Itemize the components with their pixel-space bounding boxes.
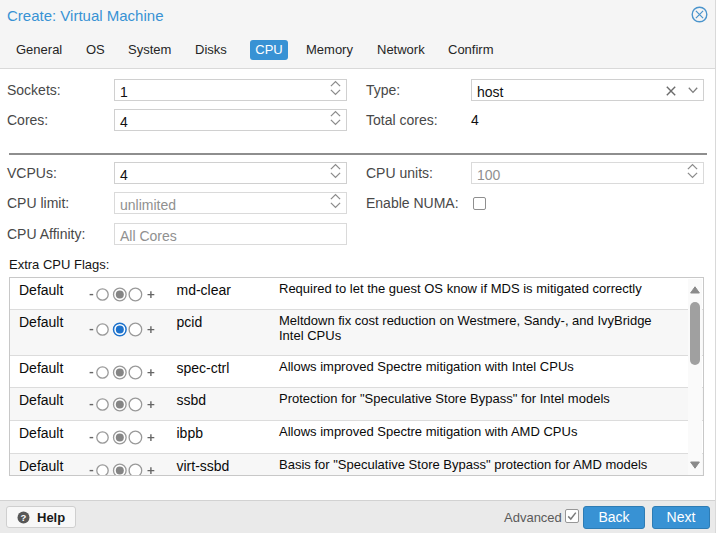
svg-text:?: ?: [21, 511, 27, 522]
